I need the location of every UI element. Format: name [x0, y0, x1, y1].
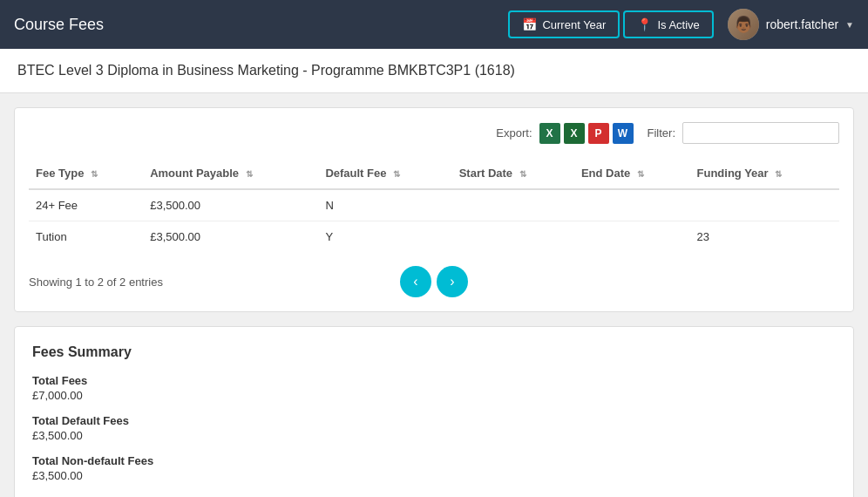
- username: robert.fatcher: [766, 17, 838, 31]
- prev-page-button[interactable]: ‹: [400, 266, 431, 297]
- next-page-button[interactable]: ›: [437, 266, 468, 297]
- summary-item-label: Total Fees: [32, 374, 836, 387]
- col-default-fee: Default Fee ⇅: [318, 158, 451, 189]
- cell-funding-year: [690, 189, 839, 221]
- page-title-bar: BTEC Level 3 Diploma in Business Marketi…: [0, 49, 868, 93]
- fees-summary-title: Fees Summary: [32, 344, 836, 360]
- avatar-image: 👨🏾: [728, 9, 759, 40]
- summary-item: Total Non-default Fees£3,500.00: [32, 454, 836, 482]
- is-active-label: Is Active: [657, 18, 699, 31]
- sort-icon-start: ⇅: [519, 169, 526, 179]
- current-year-label: Current Year: [542, 18, 606, 31]
- export-xlsx-button[interactable]: X: [564, 123, 585, 144]
- cell-start-date: [452, 221, 574, 253]
- showing-text: Showing 1 to 2 of 2 entries: [29, 276, 299, 289]
- cell-start-date: [452, 189, 574, 221]
- avatar: 👨🏾: [728, 9, 759, 40]
- summary-item-label: Total Non-default Fees: [32, 454, 836, 467]
- col-end-date: End Date ⇅: [574, 158, 690, 189]
- summary-items: Total Fees£7,000.00Total Default Fees£3,…: [32, 374, 836, 482]
- cell-end-date: [574, 189, 690, 221]
- current-year-button[interactable]: 📅 Current Year: [508, 10, 620, 38]
- col-start-date: Start Date ⇅: [452, 158, 574, 189]
- table-footer: Showing 1 to 2 of 2 entries ‹ ›: [29, 266, 839, 297]
- table-row: Tution£3,500.00Y23: [29, 221, 839, 253]
- fees-table: Fee Type ⇅ Amount Payable ⇅ Default Fee …: [29, 158, 839, 252]
- cell-funding-year: 23: [690, 221, 839, 253]
- export-word-button[interactable]: W: [613, 123, 634, 144]
- cell-default-fee: N: [318, 189, 451, 221]
- table-toolbar: Export: X X P W Filter:: [29, 122, 839, 144]
- summary-item: Total Fees£7,000.00: [32, 374, 836, 402]
- calendar-icon: 📅: [522, 17, 537, 31]
- page-title: BTEC Level 3 Diploma in Business Marketi…: [17, 63, 515, 78]
- table-header-row: Fee Type ⇅ Amount Payable ⇅ Default Fee …: [29, 158, 839, 189]
- header: Course Fees 📅 Current Year 📍 Is Active 👨…: [0, 0, 868, 49]
- sort-icon-fee-type: ⇅: [91, 169, 98, 179]
- table-card: Export: X X P W Filter: Fee Type ⇅ Amoun…: [14, 107, 854, 312]
- user-dropdown-arrow: ▼: [845, 20, 854, 30]
- sort-icon-default: ⇅: [393, 169, 400, 179]
- col-amount-payable: Amount Payable ⇅: [143, 158, 318, 189]
- col-funding-year: Funding Year ⇅: [690, 158, 839, 189]
- export-label: Export:: [496, 126, 532, 140]
- col-fee-type: Fee Type ⇅: [29, 158, 143, 189]
- cell-amount-payable: £3,500.00: [143, 189, 318, 221]
- summary-item: Total Default Fees£3,500.00: [32, 414, 836, 442]
- sort-icon-funding: ⇅: [775, 169, 782, 179]
- pagination: ‹ ›: [299, 266, 569, 297]
- export-pdf-button[interactable]: P: [588, 123, 609, 144]
- summary-item-value: £3,500.00: [32, 429, 836, 442]
- export-icons: X X P W: [539, 123, 634, 144]
- sort-icon-amount: ⇅: [246, 169, 253, 179]
- header-nav: 📅 Current Year 📍 Is Active: [508, 10, 713, 38]
- summary-item-value: £3,500.00: [32, 469, 836, 482]
- main-content: Export: X X P W Filter: Fee Type ⇅ Amoun…: [0, 93, 868, 497]
- export-xls-button[interactable]: X: [539, 123, 560, 144]
- user-menu[interactable]: 👨🏾 robert.fatcher ▼: [728, 9, 854, 40]
- pin-icon: 📍: [637, 17, 652, 31]
- fees-summary-card: Fees Summary Total Fees£7,000.00Total De…: [14, 326, 854, 497]
- app-title: Course Fees: [14, 16, 508, 34]
- is-active-button[interactable]: 📍 Is Active: [623, 10, 713, 38]
- cell-amount-payable: £3,500.00: [143, 221, 318, 253]
- cell-fee-type: 24+ Fee: [29, 189, 143, 221]
- summary-item-value: £7,000.00: [32, 389, 836, 402]
- fees-table-body: 24+ Fee£3,500.00NTution£3,500.00Y23: [29, 189, 839, 252]
- table-row: 24+ Fee£3,500.00N: [29, 189, 839, 221]
- cell-fee-type: Tution: [29, 221, 143, 253]
- filter-label: Filter:: [648, 126, 676, 140]
- cell-end-date: [574, 221, 690, 253]
- summary-item-label: Total Default Fees: [32, 414, 836, 427]
- sort-icon-end: ⇅: [637, 169, 644, 179]
- cell-default-fee: Y: [318, 221, 451, 253]
- filter-input[interactable]: [682, 122, 839, 144]
